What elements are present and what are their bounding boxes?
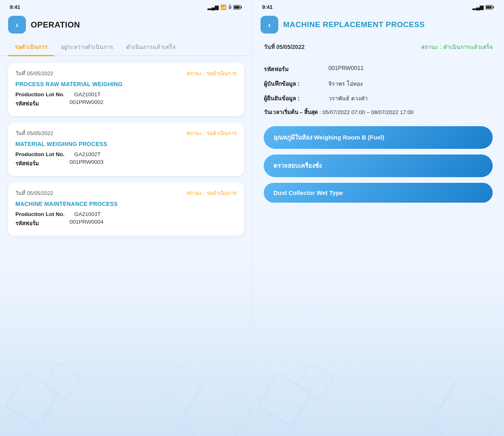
card-2-date: วันที่ 05/05/2022 xyxy=(15,129,53,138)
back-chevron-icon-right: ‹ xyxy=(268,20,271,30)
time-left: 9:41 xyxy=(10,4,20,10)
svg-rect-5 xyxy=(486,6,492,8)
action-btn-3[interactable]: Dust Collector Wet Type xyxy=(264,183,493,203)
status-bar-left: 9:41 ▂▄▆ 📶 ὐ‍ xyxy=(0,0,252,13)
wifi-icon: 📶 xyxy=(220,4,227,10)
detail-date: วันที่ 05/05/2022 xyxy=(264,42,305,51)
detail-status: สถานะ : ดำเนินการแล้วเสร็จ xyxy=(421,42,493,51)
card-2-header: วันที่ 05/05/2022 สถานะ : รอดำเนินการ xyxy=(15,129,237,138)
battery-icon: ὐ‍ xyxy=(229,4,231,10)
tabs-container: รอดำเนินการ อยู่ระหว่างดำเนินการ ดำเนินก… xyxy=(0,38,252,56)
battery-icon-svg-right xyxy=(485,5,494,10)
header-right: ‹ MACHINE REPLACEMENT PROCESS xyxy=(252,13,504,38)
detail-form-code-row: รหัสฟอร์ม 001PRW0011 xyxy=(264,65,493,74)
action-buttons-container: อุณหภูมิในห้อง Weighing Room B (Fuel) ตร… xyxy=(264,126,493,203)
signal-icon-right: ▂▄▆ xyxy=(472,4,483,10)
time-right: 9:41 xyxy=(262,4,273,10)
left-phone-screen: 9:41 ▂▄▆ 📶 ὐ‍ ‹ OPERATION รอดำเนินการ อย… xyxy=(0,0,252,436)
svg-rect-4 xyxy=(493,6,494,8)
status-icons-left: ▂▄▆ 📶 ὐ‍ xyxy=(208,4,242,10)
card-1-header: วันที่ 05/05/2022 สถานะ : รอดำเนินการ xyxy=(15,69,237,78)
battery-icon-svg xyxy=(233,5,242,10)
card-3-date: วันที่ 05/05/2022 xyxy=(15,189,53,197)
card-1-date: วันที่ 05/05/2022 xyxy=(15,69,53,78)
action-btn-2[interactable]: ตรวจสอบเครื่องชั่ง xyxy=(264,155,493,177)
detail-form-code-label: รหัสฟอร์ม xyxy=(264,65,328,74)
tab-waiting[interactable]: รอดำเนินการ xyxy=(8,38,54,55)
status-bar-right: 9:41 ▂▄▆ xyxy=(252,0,504,13)
page-title-right: MACHINE REPLACEMENT PROCESS xyxy=(283,20,425,29)
detail-datetime-label: วันเวลาเริ่มต้น – สิ้นสุด xyxy=(264,109,318,115)
card-1-field-2: รหัสฟอร์ม 001PRW0002 xyxy=(15,99,237,108)
card-3[interactable]: วันที่ 05/05/2022 สถานะ : รอดำเนินการ MA… xyxy=(8,182,244,236)
detail-datetime-row: วันเวลาเริ่มต้น – สิ้นสุด : 05/07/2022 0… xyxy=(264,108,493,116)
tab-done[interactable]: ดำเนินการแล้วเสร็จ xyxy=(120,38,182,55)
card-3-header: วันที่ 05/05/2022 สถานะ : รอดำเนินการ xyxy=(15,189,237,197)
detail-recorder-value: จิราพร โอ่ทอง xyxy=(328,79,363,88)
signal-icon: ▂▄▆ xyxy=(208,4,218,10)
page-title-left: OPERATION xyxy=(31,20,80,30)
card-3-field-2: รหัสฟอร์ม 001PRW0004 xyxy=(15,219,237,228)
card-1-field-1: Production Lot No. GA21001T xyxy=(15,91,237,97)
cards-list: วันที่ 05/05/2022 สถานะ : รอดำเนินการ PR… xyxy=(0,63,252,436)
back-chevron-icon: ‹ xyxy=(16,20,19,30)
card-1[interactable]: วันที่ 05/05/2022 สถานะ : รอดำเนินการ PR… xyxy=(8,63,244,116)
action-btn-1[interactable]: อุณหภูมิในห้อง Weighing Room B (Fuel) xyxy=(264,126,493,149)
back-button-left[interactable]: ‹ xyxy=(8,16,26,34)
card-1-title: PROCESS RAW MATERIAL WEIGHING xyxy=(15,81,237,87)
card-1-status: สถานะ : รอดำเนินการ xyxy=(186,69,237,78)
card-2[interactable]: วันที่ 05/05/2022 สถานะ : รอดำเนินการ MA… xyxy=(8,123,244,176)
detail-content: วันที่ 05/05/2022 สถานะ : ดำเนินการแล้วเ… xyxy=(252,38,504,436)
detail-verifier-row: ผู้ยืนยันข้อมูล : วราพันธ์ ดวงคำ xyxy=(264,94,493,103)
card-2-field-2: รหัสฟอร์ม 001PRW0003 xyxy=(15,159,237,168)
card-2-status: สถานะ : รอดำเนินการ xyxy=(186,129,237,138)
detail-verifier-value: วราพันธ์ ดวงคำ xyxy=(328,94,368,103)
detail-verifier-label: ผู้ยืนยันข้อมูล : xyxy=(264,94,328,103)
card-3-status: สถานะ : รอดำเนินการ xyxy=(186,189,237,197)
svg-rect-2 xyxy=(234,6,240,8)
detail-datetime-value: : 05/07/2022 07:00 – 08/07/2022 17:00 xyxy=(320,109,414,115)
card-3-field-1: Production Lot No. GA21003T xyxy=(15,211,237,217)
detail-header-row: วันที่ 05/05/2022 สถานะ : ดำเนินการแล้วเ… xyxy=(264,38,493,58)
detail-recorder-label: ผู้บันทึกข้อมูล : xyxy=(264,79,328,88)
tab-in-progress[interactable]: อยู่ระหว่างดำเนินการ xyxy=(54,38,120,55)
back-button-right[interactable]: ‹ xyxy=(260,16,278,34)
detail-recorder-row: ผู้บันทึกข้อมูล : จิราพร โอ่ทอง xyxy=(264,79,493,88)
card-2-title: MATERIAL WEIGHING PROCESS xyxy=(15,141,237,147)
card-2-field-1: Production Lot No. GA21002T xyxy=(15,151,237,157)
right-phone-screen: 9:41 ▂▄▆ ‹ MACHINE REPLACEMENT PROCESS ว… xyxy=(252,0,504,436)
status-icons-right: ▂▄▆ xyxy=(472,4,494,10)
detail-form-code-value: 001PRW0011 xyxy=(328,65,364,71)
svg-rect-1 xyxy=(241,6,242,8)
header-left: ‹ OPERATION xyxy=(0,13,252,38)
card-3-title: MACHINE MAINTENANCE PROCESS xyxy=(15,201,237,207)
